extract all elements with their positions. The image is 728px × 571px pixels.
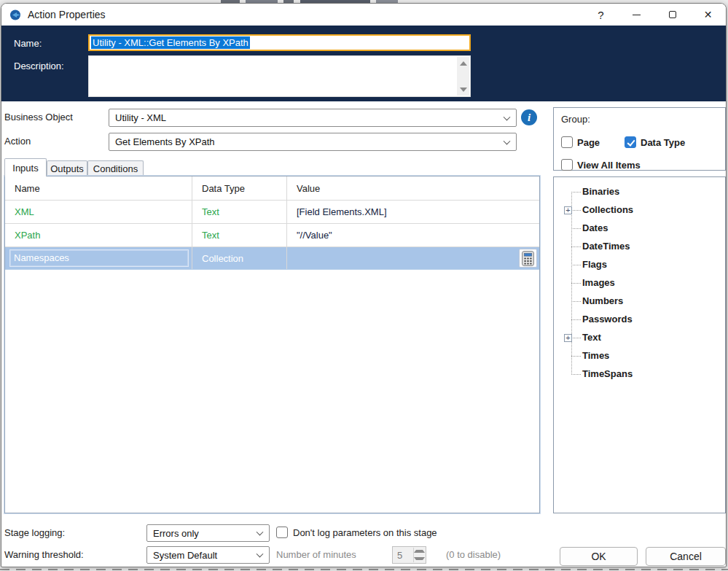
tree-item-label[interactable]: DateTimes: [582, 241, 630, 252]
tree-item-label[interactable]: Passwords: [582, 314, 633, 325]
tree-connector: [571, 301, 581, 302]
checkbox-icon[interactable]: [561, 136, 573, 148]
tab-outputs[interactable]: Outputs: [47, 160, 87, 176]
checkbox-icon[interactable]: [625, 136, 636, 148]
scroll-up-button[interactable]: [457, 57, 469, 69]
checkbox-page[interactable]: Page: [561, 136, 600, 148]
tree-item-label[interactable]: Dates: [582, 222, 608, 233]
tree-item-binaries[interactable]: Binaries: [554, 183, 725, 201]
tree-connector: [571, 319, 581, 320]
row-name-cell[interactable]: Namespaces: [5, 247, 192, 269]
spinner-buttons[interactable]: [413, 548, 425, 562]
scroll-up-icon: [460, 61, 467, 66]
tree-item-images[interactable]: Images: [554, 274, 725, 292]
info-icon[interactable]: i: [521, 109, 537, 125]
close-button[interactable]: ✕: [690, 4, 726, 26]
business-object-value: Utility - XML: [115, 112, 166, 123]
tree-item-passwords[interactable]: Passwords: [554, 311, 725, 329]
action-label: Action: [4, 136, 31, 147]
table-row[interactable]: XMLText[Field Elements.XML]: [5, 201, 539, 224]
description-scrollbar[interactable]: [457, 57, 469, 96]
tree-item-label[interactable]: Collections: [582, 204, 633, 215]
row-value-cell[interactable]: "//Value": [287, 224, 539, 246]
tree-item-label[interactable]: Images: [582, 277, 615, 288]
tab-inputs[interactable]: Inputs: [4, 158, 47, 176]
cancel-button[interactable]: Cancel: [646, 547, 726, 566]
minimize-button[interactable]: [619, 4, 654, 26]
tree-item-label[interactable]: Flags: [582, 259, 607, 270]
table-row[interactable]: XPathText"//Value": [5, 224, 539, 247]
tree-item-dates[interactable]: Dates: [554, 220, 725, 238]
tree-item-label[interactable]: TimeSpans: [582, 368, 633, 379]
tree-expand-icon[interactable]: +: [564, 206, 572, 214]
warning-threshold-dropdown[interactable]: System Default: [146, 546, 270, 564]
row-datatype-cell[interactable]: Text: [192, 201, 287, 223]
row-name-cell[interactable]: XPath: [5, 224, 192, 246]
tree-item-label[interactable]: Numbers: [582, 295, 623, 306]
tree-item-collections[interactable]: +Collections: [554, 201, 725, 220]
tab-label: Conditions: [93, 163, 138, 174]
row-name-input[interactable]: Namespaces: [9, 249, 189, 267]
action-dropdown[interactable]: Get Elements By XPath: [109, 133, 517, 151]
name-input[interactable]: Utility - XML::Get Elements By XPath: [88, 34, 471, 51]
spinner-up-button[interactable]: [414, 548, 425, 555]
chevron-down-icon: [257, 551, 264, 558]
dont-log-checkbox[interactable]: Don't log parameters on this stage: [276, 527, 437, 538]
tree-connector: [571, 283, 581, 284]
number-of-minutes-label: Number of minutes: [276, 549, 356, 560]
tree-item-label[interactable]: Times: [582, 350, 609, 361]
stage-logging-dropdown[interactable]: Errors only: [146, 524, 270, 542]
row-datatype-cell[interactable]: Text: [192, 224, 287, 246]
action-value: Get Elements By XPath: [115, 136, 215, 147]
checkbox-icon[interactable]: [276, 527, 288, 538]
tree-item-datetimes[interactable]: DateTimes: [554, 238, 725, 256]
row-value-cell[interactable]: [287, 247, 539, 269]
row-name-cell[interactable]: XML: [5, 201, 192, 223]
minutes-value: 5: [397, 550, 402, 561]
tree-item-numbers[interactable]: Numbers: [554, 292, 725, 311]
tree-item-flags[interactable]: Flags: [554, 256, 725, 274]
tree-connector: [571, 356, 581, 357]
tree-item-times[interactable]: Times: [554, 347, 725, 365]
column-header-datatype[interactable]: Data Type: [192, 176, 287, 200]
checkbox-label: Page: [577, 137, 600, 148]
tab-conditions[interactable]: Conditions: [87, 160, 144, 176]
expression-editor-button[interactable]: [519, 249, 537, 268]
column-header-name[interactable]: Name: [5, 176, 192, 200]
tab-label: Inputs: [12, 163, 38, 174]
column-header-value[interactable]: Value: [287, 176, 539, 200]
help-button[interactable]: ?: [583, 4, 619, 26]
checkbox-data-type[interactable]: Data Type: [625, 136, 685, 148]
checkbox-view-all-items[interactable]: View All Items: [561, 159, 641, 171]
table-row[interactable]: NamespacesCollection: [5, 247, 539, 270]
row-datatype-cell[interactable]: Collection: [192, 247, 287, 269]
stage-logging-label: Stage logging:: [4, 527, 65, 538]
tree-item-timespans[interactable]: TimeSpans: [554, 365, 725, 384]
tree-item-label[interactable]: Binaries: [582, 186, 619, 197]
tree-connector: [571, 228, 581, 229]
row-value-cell[interactable]: [Field Elements.XML]: [287, 201, 539, 223]
checkbox-icon[interactable]: [561, 159, 573, 171]
warning-threshold-value: System Default: [153, 550, 217, 561]
tree-expand-icon[interactable]: +: [564, 334, 572, 342]
description-textarea[interactable]: [88, 55, 471, 97]
tab-label: Outputs: [50, 163, 84, 174]
business-object-dropdown[interactable]: Utility - XML: [109, 109, 517, 127]
spinner-down-button[interactable]: [414, 555, 425, 562]
data-items-tree: Binaries+CollectionsDatesDateTimesFlagsI…: [553, 176, 726, 513]
group-panel: Group: Page Data Type View All Items: [553, 107, 726, 171]
inputs-table: Name Data Type Value XMLText[Field Eleme…: [4, 176, 540, 513]
name-input-selected-text: Utility - XML::Get Elements By XPath: [91, 36, 250, 49]
ok-button[interactable]: OK: [560, 547, 638, 566]
maximize-button[interactable]: [654, 4, 690, 26]
titlebar[interactable]: Action Properties ? ✕: [1, 4, 726, 26]
spinner-up-icon: [414, 550, 425, 553]
tree-item-label[interactable]: Text: [582, 332, 601, 343]
scroll-down-icon: [460, 88, 467, 92]
tree-connector: [571, 192, 581, 193]
tree-item-text[interactable]: +Text: [554, 329, 725, 347]
minutes-spinner[interactable]: 5: [392, 546, 426, 564]
maximize-icon: [669, 11, 676, 18]
scroll-down-button[interactable]: [457, 83, 469, 96]
name-label: Name:: [14, 38, 42, 49]
